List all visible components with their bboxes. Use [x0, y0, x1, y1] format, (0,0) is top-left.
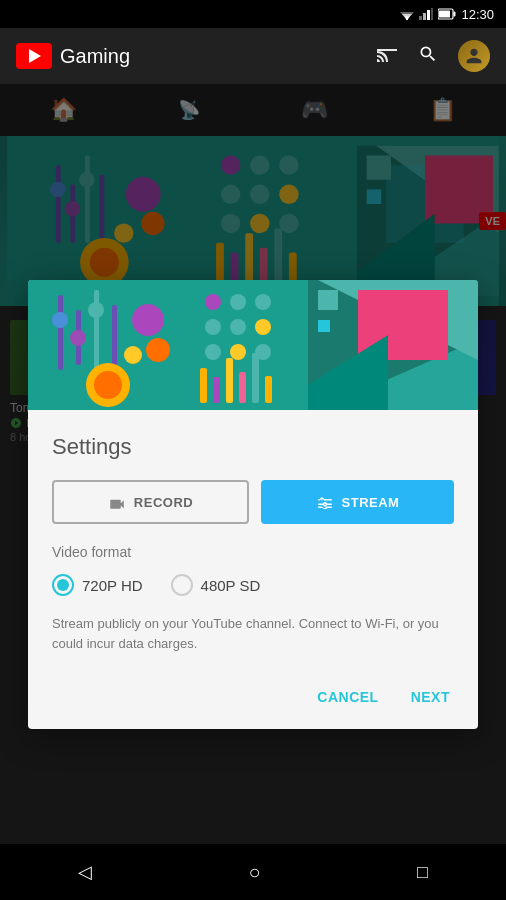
svg-rect-4	[419, 16, 422, 20]
stream-button[interactable]: STREAM	[261, 480, 454, 524]
svg-rect-10	[439, 11, 450, 18]
cancel-button[interactable]: CANCEL	[313, 681, 382, 713]
svg-rect-70	[213, 377, 220, 403]
svg-point-62	[255, 294, 271, 310]
signal-icon	[419, 8, 433, 20]
svg-point-53	[70, 330, 86, 346]
app-title: Gaming	[60, 45, 130, 68]
radio-outer-480	[171, 574, 193, 596]
cast-icon[interactable]	[376, 45, 398, 68]
stream-info: Stream publicly on your YouTube channel.…	[52, 614, 454, 653]
battery-icon	[438, 8, 456, 20]
search-icon[interactable]	[418, 44, 438, 69]
settings-dialog: Settings RECORD STREAM Video format	[28, 280, 478, 729]
youtube-logo	[16, 43, 52, 69]
svg-rect-7	[431, 8, 433, 20]
svg-point-67	[230, 344, 246, 360]
wifi-icon	[400, 8, 414, 20]
svg-point-66	[205, 344, 221, 360]
radio-480p[interactable]: 480P SD	[171, 574, 261, 596]
svg-point-61	[230, 294, 246, 310]
svg-rect-74	[265, 376, 272, 403]
video-format-label: Video format	[52, 544, 454, 560]
record-button[interactable]: RECORD	[52, 480, 249, 524]
svg-rect-48	[58, 295, 63, 370]
nav-recent-icon[interactable]: □	[417, 862, 428, 883]
svg-rect-5	[423, 13, 426, 20]
svg-point-64	[230, 319, 246, 335]
svg-point-54	[88, 302, 104, 318]
svg-point-52	[52, 312, 68, 328]
svg-point-63	[205, 319, 221, 335]
dialog-banner	[28, 280, 478, 410]
svg-rect-69	[200, 368, 207, 403]
status-bar: 12:30	[0, 0, 506, 28]
svg-point-57	[124, 346, 142, 364]
logo-container: Gaming	[16, 43, 130, 69]
radio-label-480: 480P SD	[201, 577, 261, 594]
svg-rect-81	[318, 320, 330, 332]
svg-rect-71	[226, 358, 233, 403]
mode-buttons: RECORD STREAM	[52, 480, 454, 524]
svg-point-60	[205, 294, 221, 310]
record-icon	[108, 495, 126, 509]
svg-point-65	[255, 319, 271, 335]
svg-rect-9	[454, 12, 456, 17]
stream-label: STREAM	[342, 495, 400, 510]
svg-point-55	[132, 304, 164, 336]
radio-outer-720	[52, 574, 74, 596]
user-avatar[interactable]	[458, 40, 490, 72]
app-bar: Gaming	[0, 28, 506, 84]
svg-rect-6	[427, 10, 430, 20]
nav-home-icon[interactable]: ○	[249, 861, 261, 884]
radio-group: 720P HD 480P SD	[52, 574, 454, 596]
dialog-content: Settings RECORD STREAM Video format	[28, 410, 478, 729]
record-label: RECORD	[134, 495, 193, 510]
radio-label-720: 720P HD	[82, 577, 143, 594]
radio-720p[interactable]: 720P HD	[52, 574, 143, 596]
radio-inner-720	[57, 579, 69, 591]
svg-rect-73	[252, 353, 259, 403]
app-bar-icons	[376, 40, 490, 72]
svg-point-59	[94, 371, 122, 399]
status-icons: 12:30	[400, 7, 494, 22]
dialog-title: Settings	[52, 434, 454, 460]
svg-rect-80	[318, 290, 338, 310]
dialog-actions: CANCEL NEXT	[52, 673, 454, 713]
stream-icon	[316, 495, 334, 509]
svg-point-56	[146, 338, 170, 362]
dialog-banner-svg	[28, 280, 478, 410]
nav-back-icon[interactable]: ◁	[78, 861, 92, 883]
status-time: 12:30	[461, 7, 494, 22]
play-icon	[29, 49, 41, 63]
svg-rect-72	[239, 372, 246, 403]
next-button[interactable]: NEXT	[407, 681, 454, 713]
nav-bar: ◁ ○ □	[0, 844, 506, 900]
